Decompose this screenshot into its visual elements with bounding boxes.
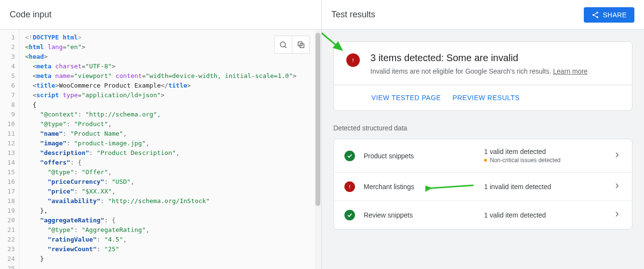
code-input-header: Code input (0, 0, 321, 30)
chevron-right-icon (613, 210, 621, 220)
detected-section-label: Detected structured data (333, 124, 632, 132)
summary-card: 3 items detected: Some are invalid Inval… (333, 41, 632, 111)
detected-item-status: 1 invalid item detected (484, 183, 613, 191)
preview-results-button[interactable]: PREVIEW RESULTS (452, 94, 520, 102)
check-icon (344, 210, 355, 220)
detected-row-product-snippets[interactable]: Product snippets1 valid item detectedNon… (334, 139, 632, 172)
warning-dot-icon (484, 159, 487, 162)
svg-line-1 (285, 46, 286, 48)
results-body: 3 items detected: Some are invalid Inval… (322, 30, 644, 269)
detected-item-status: 1 valid item detected (484, 211, 613, 219)
detected-row-review-snippets[interactable]: Review snippets1 valid item detected (334, 201, 632, 229)
code-content[interactable]: <!DOCTYPE html><html lang="en"><head> <m… (19, 30, 302, 269)
scrollbar-track[interactable] (315, 30, 321, 269)
error-icon (346, 53, 360, 67)
svg-point-5 (592, 14, 594, 16)
detected-item-name: Review snippets (364, 211, 484, 219)
line-gutter: 1234567891011121314151617181920212223242… (0, 30, 19, 269)
chevron-right-icon (613, 181, 621, 192)
share-icon (591, 11, 599, 19)
share-button[interactable]: SHARE (584, 7, 634, 23)
chevron-right-icon (613, 151, 621, 161)
copy-icon[interactable] (292, 36, 309, 53)
svg-point-6 (596, 16, 598, 18)
detected-item-substatus: Non-critical issues detected (484, 157, 613, 164)
detected-list: Product snippets1 valid item detectedNon… (333, 139, 632, 230)
code-toolbar (274, 36, 310, 54)
check-icon (344, 151, 355, 161)
results-header: Test results SHARE (322, 0, 644, 30)
detected-item-name: Merchant listings (364, 183, 484, 191)
svg-point-0 (280, 42, 286, 47)
learn-more-link[interactable]: Learn more (553, 67, 588, 75)
svg-point-4 (596, 12, 598, 13)
search-icon[interactable] (275, 36, 292, 53)
code-input-pane: Code input 12345678910111213141516171819… (0, 0, 322, 269)
summary-title: 3 items detected: Some are invalid (370, 52, 588, 64)
error-icon (344, 181, 355, 192)
view-tested-page-button[interactable]: VIEW TESTED PAGE (371, 94, 441, 102)
detected-item-name: Product snippets (364, 152, 484, 160)
summary-subtitle: Invalid items are not eligible for Googl… (370, 67, 588, 75)
share-label: SHARE (603, 11, 627, 19)
scrollbar-thumb[interactable] (315, 33, 320, 206)
results-title: Test results (331, 10, 375, 20)
code-input-title: Code input (10, 10, 52, 20)
code-editor[interactable]: 1234567891011121314151617181920212223242… (0, 30, 321, 269)
detected-item-status: 1 valid item detectedNon-critical issues… (484, 148, 613, 164)
summary-actions: VIEW TESTED PAGE PREVIEW RESULTS (334, 85, 632, 110)
summary-top: 3 items detected: Some are invalid Inval… (334, 42, 632, 85)
detected-row-merchant-listings[interactable]: Merchant listings1 invalid item detected (334, 172, 632, 201)
test-results-pane: Test results SHARE 3 items detected: Som… (322, 0, 644, 269)
